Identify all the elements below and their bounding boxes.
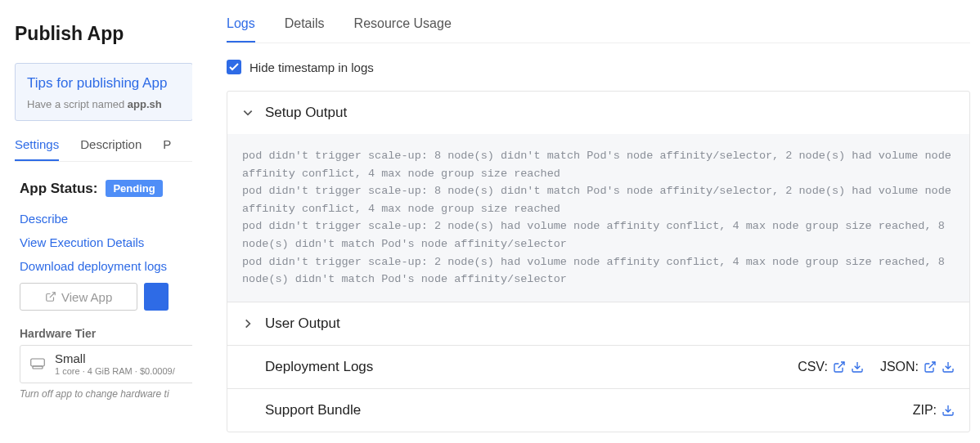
user-output-header[interactable]: User Output	[227, 302, 969, 345]
json-download-icon[interactable]	[942, 360, 955, 374]
sidebar-links: Describe View Execution Details Download…	[20, 212, 192, 273]
section-user-output: User Output	[227, 302, 969, 346]
chevron-down-icon	[242, 107, 254, 119]
sidebar: Publish App Tips for publishing App Have…	[0, 0, 192, 443]
link-execution-details[interactable]: View Execution Details	[20, 235, 192, 249]
primary-button-partial[interactable]	[144, 283, 169, 311]
svg-line-0	[50, 293, 55, 298]
status-badge: Pending	[106, 180, 162, 197]
hardware-tier-label: Hardware Tier	[20, 327, 192, 340]
link-download-logs[interactable]: Download deployment logs	[20, 259, 192, 273]
sidebar-tabs: Settings Description P	[15, 137, 192, 162]
deployment-logs-title: Deployment Logs	[265, 359, 373, 375]
hide-timestamp-label: Hide timestamp in logs	[249, 60, 374, 74]
zip-download-icon[interactable]	[942, 404, 955, 417]
tab-logs[interactable]: Logs	[227, 16, 255, 43]
section-deployment-logs: Deployment Logs CSV: JSON:	[227, 346, 969, 389]
hide-timestamp-row: Hide timestamp in logs	[227, 60, 970, 74]
support-bundle-row: Support Bundle ZIP:	[227, 389, 969, 432]
hardware-icon	[30, 358, 45, 369]
section-support-bundle: Support Bundle ZIP:	[227, 389, 969, 432]
hardware-name: Small	[55, 352, 175, 366]
logs-panel: Setup Output pod didn't trigger scale-up…	[227, 91, 970, 432]
hardware-note: Turn off app to change hardware ti	[20, 388, 192, 400]
json-label: JSON:	[880, 360, 919, 374]
svg-line-3	[838, 362, 844, 368]
check-icon	[229, 63, 239, 71]
svg-rect-1	[31, 359, 45, 366]
hide-timestamp-checkbox[interactable]	[227, 60, 241, 74]
support-downloads: ZIP:	[901, 403, 955, 418]
tips-box: Tips for publishing App Have a script na…	[15, 63, 192, 121]
user-output-title: User Output	[265, 315, 340, 332]
section-setup-output: Setup Output pod didn't trigger scale-up…	[227, 92, 969, 302]
zip-label: ZIP:	[913, 403, 937, 418]
setup-output-log: pod didn't trigger scale-up: 8 node(s) d…	[227, 134, 969, 302]
setup-output-header[interactable]: Setup Output	[227, 92, 969, 134]
app-status-label: App Status:	[20, 181, 97, 197]
hardware-tier-box[interactable]: Small 1 core · 4 GiB RAM · $0.0009/	[20, 345, 192, 383]
external-link-icon	[45, 291, 56, 302]
chevron-right-icon	[242, 318, 254, 329]
deployment-downloads: CSV: JSON:	[786, 360, 955, 374]
csv-download-icon[interactable]	[851, 360, 864, 374]
deployment-logs-row: Deployment Logs CSV: JSON:	[227, 346, 969, 388]
link-describe[interactable]: Describe	[20, 212, 192, 226]
main-tabs: Logs Details Resource Usage	[227, 16, 970, 43]
main-content: Logs Details Resource Usage Hide timesta…	[192, 0, 980, 443]
tips-body: Have a script named app.sh	[27, 98, 182, 110]
tab-details[interactable]: Details	[285, 16, 325, 43]
tab-resource-usage[interactable]: Resource Usage	[354, 16, 452, 43]
csv-label: CSV:	[798, 360, 828, 374]
tips-title: Tips for publishing App	[27, 75, 182, 92]
hardware-spec: 1 core · 4 GiB RAM · $0.0009/	[55, 366, 175, 376]
tab-settings[interactable]: Settings	[15, 137, 59, 161]
support-bundle-title: Support Bundle	[265, 402, 361, 418]
page-title: Publish App	[15, 23, 192, 45]
button-row: View App	[20, 283, 192, 311]
svg-line-5	[929, 362, 935, 368]
svg-rect-2	[33, 366, 43, 369]
app-status-row: App Status: Pending	[20, 180, 192, 197]
tab-partial[interactable]: P	[163, 137, 171, 161]
json-open-icon[interactable]	[924, 360, 937, 374]
tab-description[interactable]: Description	[80, 137, 142, 161]
view-app-button[interactable]: View App	[20, 283, 137, 311]
csv-open-icon[interactable]	[833, 360, 846, 374]
setup-output-title: Setup Output	[265, 105, 347, 121]
